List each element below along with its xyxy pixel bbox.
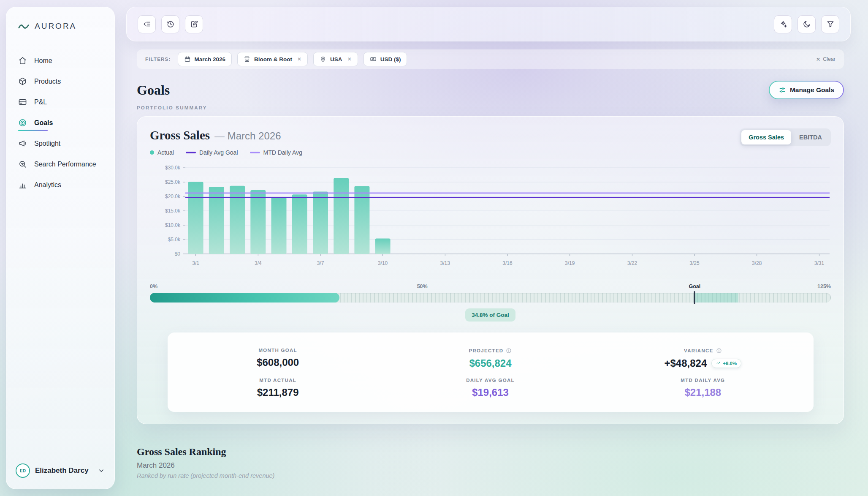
store-icon xyxy=(244,56,250,63)
ranking-section: Gross Sales Ranking March 2026 Ranked by… xyxy=(137,446,844,479)
filter-chip-march-2026[interactable]: March 2026 xyxy=(178,52,232,66)
card-subtitle: — March 2026 xyxy=(214,130,281,142)
legend-label: Actual xyxy=(157,149,174,156)
legend-swatch xyxy=(186,152,196,153)
compose-icon xyxy=(190,20,198,28)
page-title: Goals xyxy=(137,82,170,98)
user-menu[interactable]: ED Elizabeth Darcy xyxy=(6,463,114,478)
bar-3-5[interactable] xyxy=(271,197,287,254)
history-button[interactable] xyxy=(161,15,179,33)
svg-text:3/22: 3/22 xyxy=(627,260,637,266)
clear-filters-button[interactable]: ✕ Clear xyxy=(816,56,835,63)
progress-labels: 0%50%Goal125% xyxy=(150,283,831,293)
bar-3-3[interactable] xyxy=(230,186,245,254)
stat-value: $19,613 xyxy=(472,387,509,398)
target-icon xyxy=(18,118,27,127)
brand-name: AURORA xyxy=(35,22,76,31)
ranking-note: Ranked by run rate (projected month-end … xyxy=(137,472,844,479)
sidebar-item-label: Home xyxy=(34,57,52,65)
banknote-icon xyxy=(370,56,377,63)
progress-label: Goal xyxy=(689,283,700,289)
trend-up-icon xyxy=(716,361,721,366)
sidebar-item-label: P&L xyxy=(34,98,47,106)
remove-filter-icon[interactable]: ✕ xyxy=(297,56,301,62)
svg-text:3/25: 3/25 xyxy=(689,260,700,266)
manage-goals-button[interactable]: Manage Goals xyxy=(769,81,844,99)
megaphone-icon xyxy=(18,139,27,148)
filter-chip-usa[interactable]: USA ✕ xyxy=(313,52,358,66)
ranking-subtitle: March 2026 xyxy=(137,461,844,470)
topbar-right-group xyxy=(774,15,839,33)
svg-text:3/1: 3/1 xyxy=(192,260,199,266)
stat-label: MONTH GOAL xyxy=(258,348,297,353)
bar-chart-icon xyxy=(18,180,27,189)
filter-chip-usd[interactable]: USD ($) xyxy=(363,52,407,66)
sidebar-item-goals[interactable]: Goals xyxy=(6,112,114,133)
sidebar-item-spotlight[interactable]: Spotlight xyxy=(6,133,114,154)
sidebar: AURORA Home Products P&L Goals Spotlight… xyxy=(6,7,115,489)
remove-filter-icon[interactable]: ✕ xyxy=(347,56,352,62)
legend-label: MTD Daily Avg xyxy=(263,149,302,156)
filter-button[interactable] xyxy=(821,15,839,33)
compose-button[interactable] xyxy=(185,15,203,33)
bar-3-2[interactable] xyxy=(209,187,224,254)
sliders-icon xyxy=(778,86,786,94)
sidebar-item-label: Analytics xyxy=(34,181,61,189)
info-icon xyxy=(716,348,722,354)
collapse-sidebar-icon xyxy=(143,20,151,28)
sidebar-item-home[interactable]: Home xyxy=(6,50,114,71)
bar-3-8[interactable] xyxy=(334,178,349,254)
aurora-logo-icon xyxy=(17,20,30,33)
goal-percent-badge: 34.8% of Goal xyxy=(465,308,515,322)
chevron-down-icon[interactable] xyxy=(98,467,105,474)
stat-mtd-daily-avg: MTD DAILY AVG $21,188 xyxy=(597,373,809,403)
sparkles-button[interactable] xyxy=(774,15,792,33)
pin-icon xyxy=(320,56,326,63)
tab-ebitda[interactable]: EBITDA xyxy=(792,130,829,144)
box-icon xyxy=(18,77,27,86)
progress-track xyxy=(150,293,831,303)
sidebar-item-search-performance[interactable]: Search Performance xyxy=(6,154,114,174)
close-icon: ✕ xyxy=(816,56,820,63)
sidebar-item-products[interactable]: Products xyxy=(6,71,114,92)
ranking-title: Gross Sales Ranking xyxy=(137,446,844,458)
home-icon xyxy=(18,56,27,65)
filter-bar: FILTERS: March 2026 Bloom & Root ✕ USA ✕… xyxy=(137,49,844,69)
progress-fill xyxy=(150,293,339,303)
chart-legend: Actual Daily Avg Goal MTD Daily Avg xyxy=(150,149,302,156)
goal-summary-card: Gross Sales — March 2026 Actual Daily Av… xyxy=(137,116,844,424)
svg-text:3/19: 3/19 xyxy=(565,260,575,266)
bar-3-10[interactable] xyxy=(375,238,391,254)
svg-text:$0: $0 xyxy=(175,251,181,257)
stat-value: $608,000 xyxy=(257,357,299,368)
calendar-icon xyxy=(184,56,191,63)
stat-value: $211,879 xyxy=(257,387,299,398)
collapse-sidebar-button[interactable] xyxy=(138,15,156,33)
bar-3-6[interactable] xyxy=(292,194,307,254)
filter-chip-label: March 2026 xyxy=(195,56,226,63)
sidebar-item-label: Products xyxy=(34,78,61,85)
bar-3-4[interactable] xyxy=(250,190,266,254)
filter-chip-label: USD ($) xyxy=(380,56,401,63)
sidebar-item-p-l[interactable]: P&L xyxy=(6,92,114,112)
tab-gross-sales[interactable]: Gross Sales xyxy=(741,130,791,144)
moon-button[interactable] xyxy=(797,15,816,33)
search-pulse-icon xyxy=(18,160,27,169)
avatar-initials: ED xyxy=(20,469,26,473)
card-header: Gross Sales — March 2026 Actual Daily Av… xyxy=(150,128,831,156)
user-name: Elizabeth Darcy xyxy=(35,466,89,475)
sidebar-item-analytics[interactable]: Analytics xyxy=(6,174,114,195)
svg-text:3/28: 3/28 xyxy=(752,260,762,266)
progress-label: 125% xyxy=(817,283,831,289)
svg-text:$20.0k: $20.0k xyxy=(165,193,181,199)
legend-label: Daily Avg Goal xyxy=(199,149,238,156)
sidebar-item-label: Spotlight xyxy=(34,140,60,147)
page-header: Goals Manage Goals xyxy=(137,81,844,99)
metric-tabs: Gross Sales EBITDA xyxy=(740,128,831,146)
stat-month-goal: MONTH GOAL $608,000 xyxy=(172,343,384,373)
bar-3-7[interactable] xyxy=(313,191,328,254)
svg-text:$10.0k: $10.0k xyxy=(165,222,181,228)
bar-3-9[interactable] xyxy=(354,186,369,254)
filter-chip-bloom-root[interactable]: Bloom & Root ✕ xyxy=(237,52,308,66)
card-title: Gross Sales xyxy=(150,128,210,142)
